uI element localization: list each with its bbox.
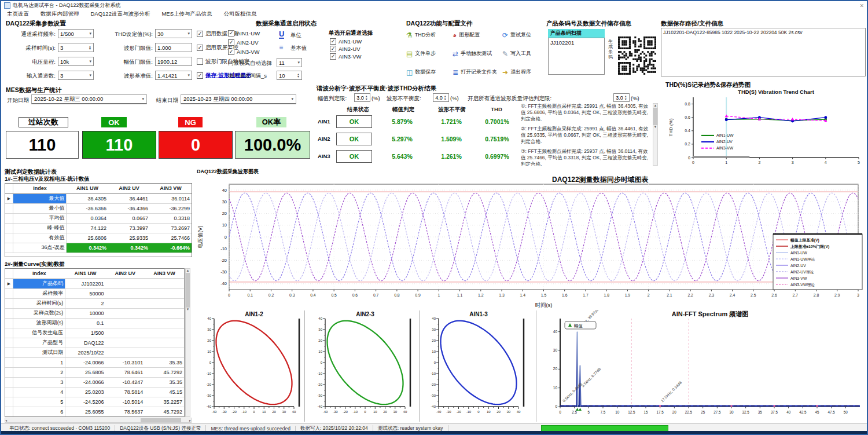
thd-limit-spinner[interactable]: 4.0▲▼ [433, 93, 449, 102]
table-row[interactable]: 平均值0.03640.06670.3318 [5, 213, 192, 223]
thd-value: 1.509% [428, 136, 475, 142]
barcode-value: JJ102201 [549, 38, 604, 47]
checkbox-icon[interactable]: ✓ [197, 72, 203, 79]
chevron-down-icon[interactable]: ▾ [297, 60, 300, 65]
chevron-down-icon[interactable]: ▾ [89, 31, 91, 36]
chevron-down-icon[interactable]: ▾ [89, 73, 91, 78]
table-row[interactable]: 信号发生电压1/500 [5, 328, 184, 338]
start-date-field[interactable]: 2025-10-22 星期三 00:00:00▾ [31, 94, 147, 104]
table-row[interactable]: 采样点数(2s)10000 [5, 308, 184, 318]
table-row[interactable]: 225.680578.646145.7292 [5, 367, 184, 377]
unit-button[interactable]: U [279, 30, 284, 39]
thd-limit-spinner[interactable]: 3.0▲▼ [613, 93, 630, 102]
table-row[interactable]: 采样时间(s)2 [5, 298, 184, 308]
menu-item-2[interactable]: DAQ122设置与波形分析 [91, 10, 150, 18]
channel-enable-checkbox[interactable]: ✓AIN3-VW [228, 49, 260, 55]
menu-item-3[interactable]: MES上传与产品信息 [161, 10, 212, 18]
barcode-input[interactable]: JJ102201 [548, 38, 605, 75]
loop-interval-spinner[interactable]: 10▲▼ [277, 71, 302, 80]
cell-value [145, 279, 184, 288]
row-label: 信号发生电压 [13, 328, 65, 338]
chart-text: 1.3 [499, 293, 505, 297]
table-row[interactable]: 最小值-36.6366-36.4366-36.2299 [5, 203, 192, 213]
row-selector [5, 367, 13, 377]
list-icon[interactable]: ≣ [279, 44, 284, 50]
curve-table-hscrollbar[interactable]: ◂▸ [5, 418, 192, 423]
table-row[interactable]: 625.605578.563745.7292 [5, 407, 184, 416]
param-control[interactable]: 10k▾ [58, 57, 94, 66]
cell-value: 25.6805 [65, 367, 106, 377]
table-row[interactable]: 3-24.0066-10.424735.35 [5, 377, 184, 387]
checkbox-icon[interactable]: ✓ [330, 46, 336, 52]
notes-scrollbar[interactable]: ▲▼ [653, 103, 658, 166]
channel-confirm-checkbox[interactable]: ✓AIN1-UW [330, 38, 362, 45]
gate-mode-combo[interactable]: 11▾ [277, 58, 302, 67]
table-row[interactable]: 波形周期(s)0.1 [5, 318, 184, 328]
checkbox-icon[interactable]: ✓ [330, 53, 336, 60]
action-button-7[interactable]: ≣打开记录文件夹 [453, 68, 497, 76]
chart-text: -30 [431, 394, 436, 397]
param-control[interactable]: 1.41421▾ [155, 71, 192, 80]
channel-confirm-checkbox[interactable]: ✓AIN2-UV [330, 46, 360, 52]
action-icon: ▤ [406, 50, 413, 57]
chevron-down-icon[interactable]: ▾ [187, 73, 190, 78]
param-control[interactable]: 3▲▼ [58, 43, 94, 52]
chevron-down-icon[interactable]: ▾ [291, 97, 293, 101]
table-row[interactable]: 采样频率50000 [5, 288, 184, 298]
channel-enable-checkbox[interactable]: ✓AIN2-UV [228, 39, 258, 46]
spinner-arrows-icon[interactable]: ▲▼ [89, 45, 91, 50]
table-row[interactable]: 测试日期2025/10/22 [5, 348, 184, 357]
param-control[interactable]: 3▾ [58, 71, 94, 80]
menu-item-0[interactable]: 主页设置 [7, 10, 29, 18]
save-path-box[interactable]: JJ102201-DAQ122-85985 1022 2025-10-22 20… [661, 28, 866, 76]
action-button-0[interactable]: ⚗THD分析 [406, 31, 436, 39]
menu-item-1[interactable]: 数据库内部管理 [41, 10, 79, 18]
end-date-field[interactable]: 2025-10-23 星期四 00:00:00▾ [181, 94, 296, 104]
chevron-down-icon[interactable]: ▾ [142, 97, 144, 101]
action-button-2[interactable]: ⟳重试复位 [502, 31, 531, 39]
checkbox-icon[interactable]: ✓ [228, 30, 234, 36]
spinner-arrows-icon[interactable]: ▲▼ [365, 95, 368, 100]
param-control[interactable]: 1900.12 [155, 57, 192, 66]
checkbox-icon[interactable] [197, 59, 203, 65]
chevron-down-icon[interactable]: ▾ [89, 59, 91, 64]
table-row[interactable]: 峰-峰值74.12273.399773.2697 [5, 223, 192, 233]
action-button-5[interactable]: ✎写入工具 [502, 50, 531, 57]
channel-enable-checkbox[interactable]: ✓AIN1-UW [228, 30, 260, 36]
table-row[interactable]: 产品型号DAQ122 [5, 338, 184, 348]
checkbox-icon[interactable]: ✓ [197, 31, 203, 37]
checkbox-icon[interactable]: ✓ [228, 39, 234, 46]
table-row[interactable]: 有效值25.680625.933525.7466 [5, 233, 192, 243]
row-label: 有效值 [13, 233, 67, 243]
action-button-3[interactable]: ▤文件单步 [406, 50, 436, 57]
table-row[interactable]: ▶产品条码JJ102201 [5, 279, 184, 288]
table-row[interactable]: 7-24.2222-10.554735.1233 [5, 416, 184, 417]
table-row[interactable]: 5-24.5206-10.501435.2257 [5, 397, 184, 407]
action-button-1[interactable]: ◕图形配置 [453, 31, 480, 39]
thd-limit-spinner[interactable]: 3.0▲▼ [354, 93, 370, 102]
chart-text: AIN3-VW [716, 146, 734, 150]
spinner-arrows-icon[interactable]: ▲▼ [297, 73, 300, 78]
menu-item-4[interactable]: 公司版权信息 [224, 10, 257, 18]
chevron-down-icon[interactable]: ▾ [187, 31, 190, 36]
table-row[interactable]: 1-24.0066-10.310135.35 [5, 357, 184, 367]
checkbox-icon[interactable]: ✓ [228, 49, 234, 55]
channel-confirm-checkbox[interactable]: ✓AIN3-VW [330, 53, 362, 60]
curve-table-vscrollbar[interactable]: ▲▼ [185, 268, 190, 417]
action-button-8[interactable]: ➜退出程序 [502, 68, 531, 76]
table-row[interactable]: 425.020378.581445.15 [5, 387, 184, 397]
param-control[interactable]: 1.000 [155, 43, 192, 52]
param-control[interactable]: 30▾ [155, 29, 192, 38]
barcode-side-label[interactable]: 生成条码 [606, 39, 615, 60]
action-button-6[interactable]: ◫数据保存 [406, 68, 436, 76]
table-row[interactable]: ▶最大值36.430536.446136.0114 [5, 193, 192, 203]
action-button-4[interactable]: ⇄手动触发测试 [453, 50, 492, 57]
close-icon[interactable]: ✕ [859, 3, 864, 9]
spinner-arrows-icon[interactable]: ▲▼ [444, 95, 447, 100]
checkbox-icon[interactable]: ✓ [330, 38, 336, 45]
table-row[interactable]: 36点-误差0.342%0.342%-0.664% [5, 243, 192, 253]
spinner-arrows-icon[interactable]: ▲▼ [624, 95, 627, 100]
cell-value [105, 288, 145, 298]
param-control[interactable]: 1/500▾ [58, 29, 94, 38]
checkbox-icon[interactable]: ✓ [197, 45, 203, 51]
